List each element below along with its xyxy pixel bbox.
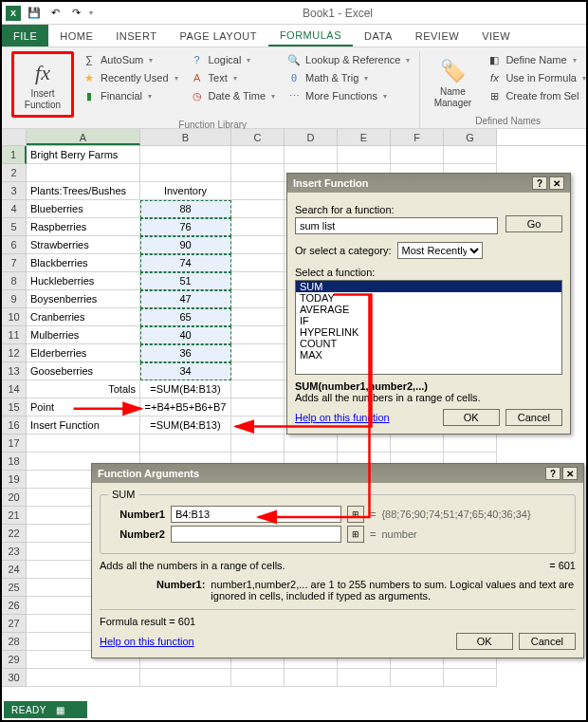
row-header[interactable]: 9 bbox=[2, 290, 27, 308]
use-in-formula-button[interactable]: fxUse in Formula bbox=[483, 69, 588, 86]
function-item[interactable]: HYPERLINK bbox=[296, 326, 561, 338]
function-item[interactable]: MAX bbox=[296, 349, 561, 361]
cell[interactable] bbox=[231, 362, 285, 380]
cell[interactable]: Plants:Trees/Bushes bbox=[27, 182, 140, 200]
cell[interactable] bbox=[231, 435, 285, 453]
cell[interactable] bbox=[285, 435, 338, 453]
cell[interactable] bbox=[391, 669, 444, 687]
row-header[interactable]: 1 bbox=[2, 146, 27, 164]
text-button[interactable]: AText bbox=[186, 69, 280, 86]
function-item[interactable]: COUNT bbox=[296, 338, 561, 349]
row-header[interactable]: 25 bbox=[2, 579, 27, 597]
cell[interactable] bbox=[140, 164, 231, 182]
cell[interactable] bbox=[231, 669, 285, 687]
cancel-button[interactable]: Cancel bbox=[505, 409, 562, 426]
cell[interactable] bbox=[391, 146, 444, 164]
cell[interactable]: 51 bbox=[140, 272, 231, 290]
row-header[interactable]: 3 bbox=[2, 182, 27, 200]
cell[interactable]: Gooseberries bbox=[27, 362, 140, 380]
cell[interactable] bbox=[444, 435, 497, 453]
lookup-button[interactable]: 🔍Lookup & Reference bbox=[283, 51, 413, 68]
undo-icon[interactable]: ↶ bbox=[47, 6, 63, 21]
recently-used-button[interactable]: ★Recently Used bbox=[78, 69, 182, 86]
row-header[interactable]: 11 bbox=[2, 326, 27, 344]
cell[interactable]: 90 bbox=[140, 236, 231, 254]
cell[interactable]: 36 bbox=[140, 344, 231, 362]
row-header[interactable]: 16 bbox=[2, 417, 27, 435]
col-header-b[interactable]: B bbox=[140, 129, 231, 145]
cell[interactable] bbox=[285, 669, 338, 687]
more-functions-button[interactable]: ⋯More Functions bbox=[283, 87, 413, 104]
cell[interactable] bbox=[231, 398, 285, 417]
row-header[interactable]: 18 bbox=[2, 453, 27, 471]
tab-file[interactable]: FILE bbox=[2, 25, 48, 46]
cell[interactable] bbox=[231, 380, 285, 398]
cell[interactable]: 74 bbox=[140, 254, 231, 272]
cell[interactable] bbox=[27, 669, 140, 687]
cell[interactable]: 40 bbox=[140, 326, 231, 344]
cell[interactable]: 47 bbox=[140, 290, 231, 308]
cell[interactable] bbox=[140, 435, 231, 453]
cell[interactable] bbox=[27, 435, 140, 453]
cell[interactable] bbox=[444, 669, 497, 687]
col-header-f[interactable]: F bbox=[391, 129, 444, 145]
cell[interactable]: =+B4+B5+B6+B7 bbox=[140, 398, 231, 417]
cell[interactable] bbox=[338, 669, 391, 687]
cell[interactable] bbox=[231, 326, 285, 344]
help-link[interactable]: Help on this function bbox=[100, 636, 194, 647]
cell[interactable]: Raspberries bbox=[27, 218, 140, 236]
row-header[interactable]: 8 bbox=[2, 272, 27, 290]
tab-home[interactable]: HOME bbox=[48, 25, 104, 46]
col-header-g[interactable]: G bbox=[444, 129, 497, 145]
tab-review[interactable]: REVIEW bbox=[404, 25, 470, 46]
category-select[interactable]: Most Recently Used bbox=[397, 242, 483, 259]
col-header-d[interactable]: D bbox=[285, 129, 338, 145]
row-header[interactable]: 5 bbox=[2, 218, 27, 236]
row-header[interactable]: 13 bbox=[2, 362, 27, 380]
row-header[interactable]: 17 bbox=[2, 435, 27, 453]
cell[interactable] bbox=[231, 254, 285, 272]
row-header[interactable]: 23 bbox=[2, 543, 27, 561]
logical-button[interactable]: ?Logical bbox=[186, 51, 280, 68]
cell[interactable]: =SUM(B4:B13) bbox=[140, 417, 231, 435]
cell[interactable] bbox=[231, 182, 285, 200]
cell[interactable]: Mulberries bbox=[27, 326, 140, 344]
dialog-title-bar[interactable]: Function Arguments ? ✕ bbox=[92, 464, 583, 483]
create-from-selection-button[interactable]: ⊞Create from Sel bbox=[483, 87, 588, 104]
cell[interactable] bbox=[231, 417, 285, 435]
cell[interactable]: Totals bbox=[27, 380, 140, 398]
tab-insert[interactable]: INSERT bbox=[104, 25, 168, 46]
tab-view[interactable]: VIEW bbox=[470, 25, 522, 46]
cell[interactable]: 88 bbox=[140, 200, 231, 218]
cell[interactable] bbox=[231, 200, 285, 218]
row-header[interactable]: 26 bbox=[2, 597, 27, 615]
cell[interactable]: 65 bbox=[140, 308, 231, 326]
row-header[interactable]: 7 bbox=[2, 254, 27, 272]
cell[interactable] bbox=[444, 146, 497, 164]
cell[interactable]: Point bbox=[27, 398, 140, 417]
redo-icon[interactable]: ↷ bbox=[68, 6, 83, 21]
col-header-e[interactable]: E bbox=[338, 129, 391, 145]
row-header[interactable]: 14 bbox=[2, 380, 27, 398]
cell[interactable] bbox=[338, 146, 391, 164]
save-icon[interactable]: 💾 bbox=[27, 6, 42, 21]
cell[interactable] bbox=[231, 344, 285, 362]
row-header[interactable]: 21 bbox=[2, 507, 27, 525]
cell[interactable]: Bright Berry Farms bbox=[27, 146, 140, 164]
row-header[interactable]: 24 bbox=[2, 561, 27, 579]
cell[interactable] bbox=[140, 146, 231, 164]
cell[interactable]: Blueberries bbox=[27, 200, 140, 218]
cell[interactable]: Strawberries bbox=[27, 236, 140, 254]
range-picker-icon[interactable]: ⊞ bbox=[347, 506, 364, 523]
col-header-a[interactable]: A bbox=[27, 129, 140, 145]
cell[interactable]: 34 bbox=[140, 362, 231, 380]
range-picker-icon[interactable]: ⊞ bbox=[347, 526, 364, 543]
cell[interactable]: Huckleberries bbox=[27, 272, 140, 290]
cell[interactable]: Blackberries bbox=[27, 254, 140, 272]
row-header[interactable]: 19 bbox=[2, 471, 27, 489]
help-link[interactable]: Help on this function bbox=[295, 412, 390, 423]
cell[interactable] bbox=[140, 669, 231, 687]
function-item[interactable]: TODAY bbox=[296, 292, 561, 304]
row-header[interactable]: 20 bbox=[2, 489, 27, 507]
cell[interactable] bbox=[231, 308, 285, 326]
